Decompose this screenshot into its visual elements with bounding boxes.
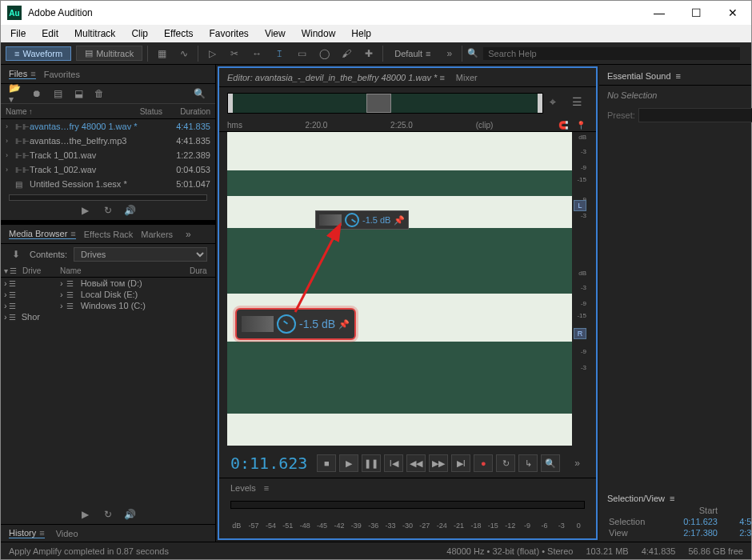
loop-icon[interactable]: ↻: [101, 203, 115, 218]
overview-handle-left[interactable]: [228, 94, 233, 113]
menu-edit[interactable]: Edit: [35, 26, 65, 41]
tab-mixer[interactable]: Mixer: [456, 73, 478, 82]
pin-icon[interactable]: 📍: [574, 120, 588, 131]
file-row[interactable]: ›⊩⊩avantas…the_belfry.mp34:41.835: [1, 134, 215, 148]
loop-button[interactable]: ↻: [496, 454, 515, 472]
editor-file-tab[interactable]: Editor: avantasia_-_devil_in_the_belfry …: [227, 73, 445, 82]
menu-multitrack[interactable]: Multitrack: [68, 26, 122, 41]
play-icon[interactable]: ▶: [78, 203, 93, 218]
new-multitrack-icon[interactable]: ▤: [50, 86, 65, 101]
open-file-icon[interactable]: 📂▾: [9, 86, 23, 101]
chevron-down-icon[interactable]: ▾: [4, 266, 8, 275]
file-row[interactable]: ›⊩⊩Track 1_001.wav1:22.389: [1, 148, 215, 162]
overview-handle-right[interactable]: [538, 94, 542, 113]
snap-icon[interactable]: 🧲: [556, 120, 570, 131]
multitrack-mode-button[interactable]: ▤ Multitrack: [76, 46, 142, 61]
fast-forward-button[interactable]: ▶▶: [429, 454, 448, 472]
maximize-button[interactable]: ☐: [678, 1, 714, 25]
workspace-selector[interactable]: Default ≡: [388, 49, 437, 58]
loop-icon[interactable]: ↻: [101, 507, 115, 522]
file-row[interactable]: ▤Untitled Session 1.sesx *5:01.047: [1, 177, 215, 191]
auto-play-icon[interactable]: 🔊: [123, 203, 138, 218]
tab-video[interactable]: Video: [56, 529, 78, 538]
sv-view-start[interactable]: 2:17.380: [663, 527, 719, 538]
mb-up-icon[interactable]: ⬇: [9, 247, 23, 262]
tab-menu-icon[interactable]: ≡: [30, 69, 35, 78]
play-icon[interactable]: ▶: [78, 507, 93, 522]
search-input[interactable]: [483, 47, 740, 60]
tab-history[interactable]: History≡: [9, 528, 45, 538]
timecode-display[interactable]: 0:11.623: [230, 454, 307, 473]
record-file-icon[interactable]: ⏺: [30, 86, 44, 101]
volume-hud-small[interactable]: -1.5 dB 📌: [315, 210, 409, 230]
time-ruler[interactable]: hms 2:20.0 2:25.0 (clip) 🧲 📍: [219, 119, 596, 132]
tab-media-browser[interactable]: Media Browser≡: [9, 229, 76, 239]
sv-view-end[interactable]: 2:31.602: [719, 527, 752, 538]
tab-files[interactable]: Files≡: [9, 69, 36, 79]
close-button[interactable]: ✕: [714, 1, 751, 25]
spectral-icon[interactable]: ▦: [153, 46, 170, 62]
time-select-tool-icon[interactable]: 𝙸: [270, 46, 288, 62]
transport-overflow-icon[interactable]: »: [570, 458, 585, 469]
menu-favorites[interactable]: Favorites: [203, 26, 255, 41]
waveform-mode-button[interactable]: ≡ Waveform: [6, 46, 71, 61]
waveform-display[interactable]: dB -3 -9 -15 -9 -3 L dB -3 -9 -15 R -9 -…: [227, 132, 588, 446]
files-scrollbar[interactable]: [9, 194, 207, 201]
search-files-icon[interactable]: 🔍: [193, 86, 207, 101]
tab-markers[interactable]: Markers: [141, 230, 173, 239]
preset-input[interactable]: [638, 108, 752, 122]
sv-sel-start[interactable]: 0:11.623: [663, 516, 719, 527]
rewind-button[interactable]: ◀◀: [406, 454, 426, 472]
overview-waveform[interactable]: [227, 93, 543, 114]
hud-knob-icon[interactable]: [345, 213, 359, 227]
left-channel-badge[interactable]: L: [574, 200, 586, 211]
stop-button[interactable]: ■: [317, 454, 336, 472]
menu-view[interactable]: View: [258, 26, 292, 41]
brush-tool-icon[interactable]: 🖌: [338, 46, 355, 62]
mb-overflow-icon[interactable]: »: [181, 229, 196, 240]
insert-icon[interactable]: ⬓: [71, 86, 86, 101]
tab-effects-rack[interactable]: Effects Rack: [84, 230, 134, 239]
level-meter-bar[interactable]: [230, 501, 585, 509]
file-row[interactable]: ›⊩⊩Track 1_002.wav0:04.053: [1, 162, 215, 177]
pitch-icon[interactable]: ∿: [175, 46, 193, 62]
levels-menu-icon[interactable]: ≡: [264, 483, 269, 493]
minimize-button[interactable]: —: [641, 1, 678, 25]
skip-end-button[interactable]: ▶I: [451, 454, 470, 472]
move-tool-icon[interactable]: ▷: [203, 46, 221, 62]
essential-menu-icon[interactable]: ≡: [676, 71, 681, 81]
slip-tool-icon[interactable]: ↔: [248, 46, 266, 62]
volume-hud-highlighted[interactable]: -1.5 dB 📌: [235, 308, 356, 340]
sv-menu-icon[interactable]: ≡: [670, 494, 674, 503]
pause-button[interactable]: ❚❚: [362, 454, 381, 472]
menu-help[interactable]: Help: [345, 26, 378, 41]
tab-favorites[interactable]: Favorites: [44, 70, 80, 79]
col-status-header[interactable]: Status: [127, 107, 162, 116]
heal-tool-icon[interactable]: ✚: [360, 46, 378, 62]
right-channel-badge[interactable]: R: [574, 328, 586, 339]
lasso-tool-icon[interactable]: ◯: [315, 46, 333, 62]
skip-start-button[interactable]: I◀: [384, 454, 403, 472]
sv-sel-end[interactable]: 4:53.458: [719, 516, 752, 527]
trash-icon[interactable]: 🗑: [92, 86, 106, 101]
mb-contents-select[interactable]: Drives: [74, 247, 207, 262]
menu-clip[interactable]: Clip: [125, 26, 154, 41]
marquee-tool-icon[interactable]: ▭: [293, 46, 310, 62]
razor-tool-icon[interactable]: ✂: [226, 46, 243, 62]
toolbar-overflow-icon[interactable]: »: [442, 48, 457, 59]
play-button[interactable]: ▶: [339, 454, 358, 472]
overview-visible-range[interactable]: [366, 94, 391, 113]
hud-pin-icon[interactable]: 📌: [394, 215, 405, 226]
menu-window[interactable]: Window: [295, 26, 342, 41]
hud-pin-icon[interactable]: 📌: [338, 319, 350, 330]
menu-effects[interactable]: Effects: [158, 26, 199, 41]
col-name-header[interactable]: Name ↑: [6, 107, 127, 116]
drive-item[interactable]: ›☰Local Disk (E:): [57, 289, 186, 300]
hud-knob-icon[interactable]: [277, 314, 296, 334]
drive-item[interactable]: ›☰Windows 10 (C:): [57, 300, 186, 311]
menu-file[interactable]: File: [4, 26, 32, 41]
record-button[interactable]: ●: [474, 454, 493, 472]
skip-selection-button[interactable]: ↳: [518, 454, 538, 472]
mb-dura-header[interactable]: Dura: [186, 265, 215, 278]
file-row[interactable]: ›⊩⊩avantas…fry 48000 1.wav *4:41.835: [1, 119, 215, 134]
